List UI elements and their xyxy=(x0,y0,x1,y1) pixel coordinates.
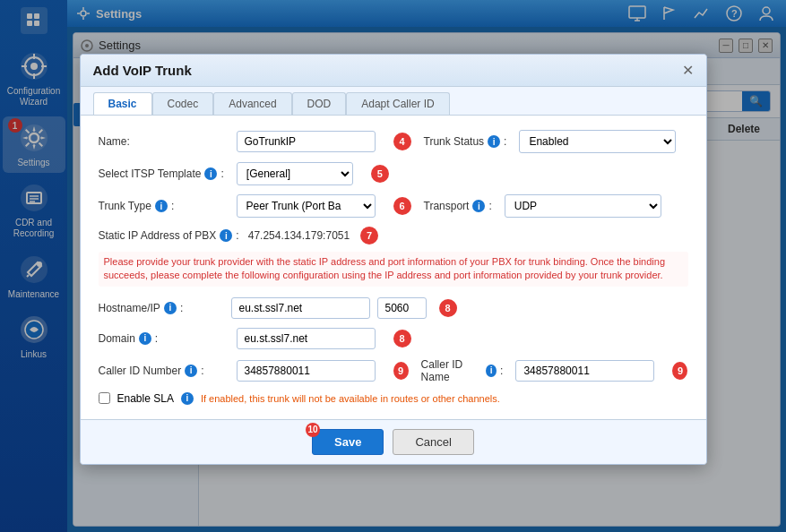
caller-id-name-badge: 9 xyxy=(672,362,687,380)
hostname-row: Hostname/IP i : 8 xyxy=(99,297,688,319)
hostname-input[interactable] xyxy=(231,297,370,319)
domain-input[interactable] xyxy=(237,328,376,349)
caller-id-number-label: Caller ID Number i : xyxy=(99,365,224,377)
itsp-label: Select ITSP Template i : xyxy=(99,167,224,180)
modal-tabs: Basic Codec Advanced DOD Adapt Caller ID xyxy=(81,87,706,116)
name-input[interactable] xyxy=(237,131,376,152)
caller-id-name-info-icon[interactable]: i xyxy=(486,365,497,377)
modal-titlebar: Add VoIP Trunk ✕ xyxy=(81,55,706,87)
trunk-type-info-icon[interactable]: i xyxy=(155,200,168,212)
caller-id-name-label: Caller ID Name i : xyxy=(421,358,504,383)
caller-id-number-input[interactable] xyxy=(237,360,376,382)
domain-info-icon[interactable]: i xyxy=(139,332,151,345)
form-row-caller-id: Caller ID Number i : 9 Caller ID Name i … xyxy=(99,358,688,383)
enable-sla-label: Enable SLA xyxy=(117,392,174,405)
modal-tab-basic[interactable]: Basic xyxy=(93,92,152,115)
form-row-trunk-type: Trunk Type i : Peer Trunk (Port Ba 6 Tra… xyxy=(99,194,688,218)
static-ip-value: 47.254.134.179:7051 xyxy=(248,229,350,242)
modal-overlay: Add VoIP Trunk ✕ Basic Codec Advanced DO… xyxy=(0,0,786,532)
sla-info-icon[interactable]: i xyxy=(181,392,194,405)
save-badge: 10 xyxy=(306,423,320,437)
form-row-domain: Domain i : 8 xyxy=(99,328,688,349)
transport-select[interactable]: UDP TCP TLS xyxy=(505,194,661,218)
trunk-status-info-icon[interactable]: i xyxy=(488,135,500,148)
trunk-status-select[interactable]: Enabled Disabled xyxy=(519,130,676,153)
static-ip-row: Static IP Address of PBX i : 47.254.134.… xyxy=(99,227,688,245)
static-ip-label: Static IP Address of PBX i : xyxy=(99,229,239,242)
static-ip-badge: 7 xyxy=(360,227,378,245)
name-label: Name: xyxy=(99,135,224,148)
itsp-select[interactable]: [General] xyxy=(237,162,353,185)
caller-id-number-badge: 9 xyxy=(393,362,409,380)
itsp-badge: 5 xyxy=(371,165,389,183)
save-button[interactable]: 10 Save xyxy=(312,429,384,455)
modal-footer: 10 Save Cancel xyxy=(81,419,706,464)
itsp-info-icon[interactable]: i xyxy=(204,167,217,180)
form-row-itsp: Select ITSP Template i : [General] 5 xyxy=(99,162,688,185)
port-input[interactable] xyxy=(377,297,427,319)
modal-body: Name: 4 Trunk Status i : Enabled Disable… xyxy=(81,116,706,419)
form-row-name: Name: 4 Trunk Status i : Enabled Disable… xyxy=(99,130,688,153)
caller-id-number-info-icon[interactable]: i xyxy=(185,365,197,377)
modal-tab-advanced[interactable]: Advanced xyxy=(213,92,291,115)
modal-tab-adapt-caller-id[interactable]: Adapt Caller ID xyxy=(346,92,449,115)
domain-label: Domain i : xyxy=(99,332,224,345)
domain-badge: 8 xyxy=(393,330,411,348)
modal-tab-codec[interactable]: Codec xyxy=(152,92,214,115)
save-label: Save xyxy=(334,435,361,449)
modal-close-button[interactable]: ✕ xyxy=(682,62,694,79)
modal-title: Add VoIP Trunk xyxy=(93,63,192,78)
caller-id-name-input[interactable] xyxy=(515,360,654,382)
trunk-type-select[interactable]: Peer Trunk (Port Ba xyxy=(237,194,376,218)
enable-sla-checkbox[interactable] xyxy=(99,392,110,404)
modal-add-voip-trunk: Add VoIP Trunk ✕ Basic Codec Advanced DO… xyxy=(80,54,707,465)
transport-info-icon[interactable]: i xyxy=(472,200,485,212)
cancel-button[interactable]: Cancel xyxy=(393,429,473,455)
cancel-label: Cancel xyxy=(415,435,451,449)
name-badge: 4 xyxy=(393,133,411,150)
warning-text: Please provide your trunk provider with … xyxy=(99,252,688,287)
hostname-badge: 8 xyxy=(439,299,457,317)
enable-sla-row: Enable SLA i If enabled, this trunk will… xyxy=(99,392,688,405)
trunk-status-label: Trunk Status i : xyxy=(424,135,507,148)
modal-tab-dod[interactable]: DOD xyxy=(292,92,347,115)
sla-text: If enabled, this trunk will not be avail… xyxy=(201,393,500,404)
hostname-label: Hostname/IP i : xyxy=(99,302,224,314)
trunk-type-label: Trunk Type i : xyxy=(99,200,224,212)
hostname-info-icon[interactable]: i xyxy=(164,302,177,314)
trunk-type-badge: 6 xyxy=(393,197,411,215)
static-ip-info-icon[interactable]: i xyxy=(220,229,232,242)
transport-label: Transport i : xyxy=(424,200,492,212)
